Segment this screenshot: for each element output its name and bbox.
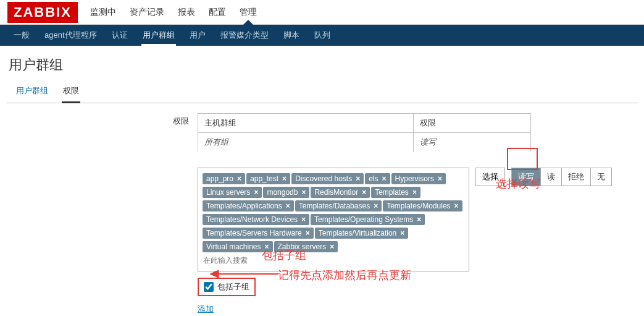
subnav-media[interactable]: 报警媒介类型 xyxy=(219,25,270,46)
logo: ZABBIX xyxy=(7,2,78,23)
include-subgroups-checkbox[interactable] xyxy=(204,282,214,292)
tab-permissions[interactable]: 权限 xyxy=(62,80,80,103)
subnav-users[interactable]: 用户 xyxy=(188,25,207,46)
tag-item[interactable]: mongodb× xyxy=(263,187,309,198)
tag-item[interactable]: Templates/Operating Systems× xyxy=(311,214,425,225)
subnav-auth[interactable]: 认证 xyxy=(111,25,129,46)
tag-remove-icon[interactable]: × xyxy=(362,188,366,197)
nav-inventory[interactable]: 资产记录 xyxy=(128,1,165,24)
perm-btn-3[interactable]: 无 xyxy=(591,168,611,186)
nav-admin[interactable]: 管理 xyxy=(238,1,258,24)
tag-item[interactable]: Templates× xyxy=(371,187,420,198)
annotation-include: 包括子组 xyxy=(262,248,306,263)
perm-table: 主机群组 权限 所有组 读写 xyxy=(198,113,531,152)
annotation-box-readwrite xyxy=(507,148,538,170)
add-link[interactable]: 添加 xyxy=(198,304,214,315)
include-subgroups-label: 包括子组 xyxy=(217,281,249,293)
svg-marker-1 xyxy=(210,270,219,278)
annotation-add-update: 记得先点添加然后再点更新 xyxy=(278,268,411,283)
tag-item[interactable]: Hypervisors× xyxy=(391,173,446,184)
tag-remove-icon[interactable]: × xyxy=(438,174,442,183)
header-perm: 权限 xyxy=(414,114,530,132)
tag-item[interactable]: Templates/Network Devices× xyxy=(203,214,309,225)
tag-remove-icon[interactable]: × xyxy=(306,229,310,237)
arrow-icon xyxy=(210,268,278,280)
tag-remove-icon[interactable]: × xyxy=(374,202,378,210)
tag-item[interactable]: Discovered hosts× xyxy=(291,173,364,184)
hostgroup-tag-box[interactable]: app_pro×app_test×Discovered hosts×els×Hy… xyxy=(198,168,469,271)
perm-btn-1[interactable]: 读 xyxy=(541,168,562,186)
perm-btn-2[interactable]: 拒绝 xyxy=(562,168,591,186)
tag-item[interactable]: Templates/Applications× xyxy=(203,200,294,211)
tag-remove-icon[interactable]: × xyxy=(301,215,306,224)
tag-remove-icon[interactable]: × xyxy=(356,174,360,183)
tag-remove-icon[interactable]: × xyxy=(237,174,241,183)
tag-item[interactable]: Linux servers× xyxy=(203,187,262,198)
tag-item[interactable]: Templates/Virtualization× xyxy=(315,228,409,239)
tag-item[interactable]: RedisMontior× xyxy=(311,187,370,198)
tag-remove-icon[interactable]: × xyxy=(417,215,421,224)
body-allgroups: 所有组 xyxy=(198,133,414,152)
tag-item[interactable]: Templates/Databases× xyxy=(295,200,382,211)
tag-remove-icon[interactable]: × xyxy=(454,202,459,210)
subnav-scripts[interactable]: 脚本 xyxy=(282,25,301,46)
tag-remove-icon[interactable]: × xyxy=(282,174,286,183)
tag-remove-icon[interactable]: × xyxy=(330,242,334,251)
nav-reports[interactable]: 报表 xyxy=(177,1,196,24)
subnav-general[interactable]: 一般 xyxy=(12,25,31,46)
include-subgroups-row: 包括子组 xyxy=(198,278,256,296)
tag-item[interactable]: app_test× xyxy=(246,173,290,184)
subnav-agent[interactable]: agent代理程序 xyxy=(43,25,98,46)
tag-remove-icon[interactable]: × xyxy=(382,174,387,183)
top-nav: ZABBIX 监测中 资产记录 报表 配置 管理 xyxy=(0,0,644,25)
subnav-usergroups[interactable]: 用户群组 xyxy=(141,25,176,46)
tag-remove-icon[interactable]: × xyxy=(254,188,258,197)
nav-config[interactable]: 配置 xyxy=(207,1,227,24)
tag-item[interactable]: app_pro× xyxy=(203,173,245,184)
tab-usergroup[interactable]: 用户群组 xyxy=(15,80,49,103)
tag-remove-icon[interactable]: × xyxy=(286,202,290,210)
tag-item[interactable]: Templates/Modules× xyxy=(383,200,462,211)
nav-monitor[interactable]: 监测中 xyxy=(89,1,117,24)
tag-item[interactable]: Templates/Servers Hardware× xyxy=(203,228,314,239)
sub-nav: 一般 agent代理程序 认证 用户群组 用户 报警媒介类型 脚本 队列 xyxy=(0,25,644,46)
subnav-queue[interactable]: 队列 xyxy=(313,25,332,46)
annotation-readwrite: 选择读写 xyxy=(496,176,540,191)
header-hostgroup: 主机群组 xyxy=(198,114,414,132)
page-title: 用户群组 xyxy=(0,46,644,80)
tag-remove-icon[interactable]: × xyxy=(400,229,404,237)
tabs: 用户群组 权限 xyxy=(6,80,638,103)
tag-remove-icon[interactable]: × xyxy=(412,188,417,197)
tag-item[interactable]: els× xyxy=(365,173,390,184)
form-label: 权限 xyxy=(12,113,198,127)
tag-remove-icon[interactable]: × xyxy=(301,188,306,197)
tag-search-input[interactable] xyxy=(202,254,465,267)
